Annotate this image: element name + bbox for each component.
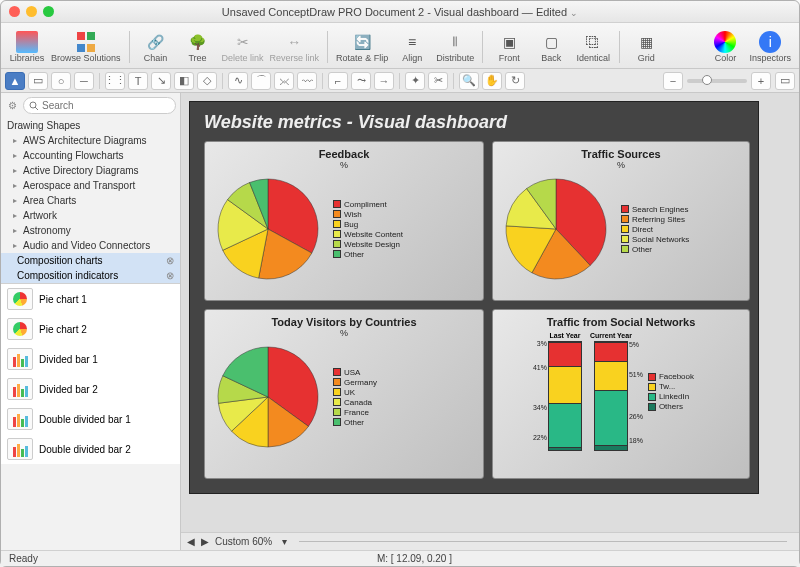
shape-thumb[interactable]: Pie chart 1: [1, 284, 180, 314]
ellipse-tool[interactable]: ○: [51, 72, 71, 90]
polyline-tool[interactable]: ⩙: [274, 72, 294, 90]
tree-button[interactable]: 🌳Tree: [178, 26, 218, 68]
align-button[interactable]: ≡Align: [392, 26, 432, 68]
connector-right-angle[interactable]: ⌐: [328, 72, 348, 90]
browse-solutions-button[interactable]: Browse Solutions: [49, 26, 123, 68]
identical-button[interactable]: ⿻Identical: [573, 26, 613, 68]
dashboard-canvas: Website metrics - Visual dashboard Feedb…: [189, 101, 759, 494]
status-ready: Ready: [9, 553, 38, 564]
tool-ribbon: ▲ ▭ ○ ─ ⋮⋮ T ↘ ◧ ◇ ∿ ⌒ ⩙ 〰 ⌐ ⤳ → ✦ ✂ 🔍 ✋…: [1, 69, 799, 93]
bezier-tool[interactable]: ∿: [228, 72, 248, 90]
node-edit-tool[interactable]: ✦: [405, 72, 425, 90]
close-icon[interactable]: ⊗: [166, 270, 174, 281]
zoom-tool[interactable]: 🔍: [459, 72, 479, 90]
gear-icon[interactable]: ⚙: [5, 98, 19, 114]
connector-curved[interactable]: ⤳: [351, 72, 371, 90]
chain-button[interactable]: 🔗Chain: [136, 26, 176, 68]
scroll-right-icon[interactable]: ▶: [201, 536, 209, 547]
tree-item[interactable]: ▸AWS Architecture Diagrams: [1, 133, 180, 148]
library-tree: Drawing Shapes ▸AWS Architecture Diagram…: [1, 118, 180, 283]
zoom-in-button[interactable]: +: [751, 72, 771, 90]
panel-traffic sources: Traffic Sources % Search EnginesReferrin…: [492, 141, 750, 301]
connector-straight[interactable]: →: [374, 72, 394, 90]
panel-title: Traffic Sources: [501, 148, 741, 160]
library-sidebar: ⚙ Drawing Shapes ▸AWS Architecture Diagr…: [1, 93, 181, 550]
scroll-left-icon[interactable]: ◀: [187, 536, 195, 547]
inspectors-button[interactable]: iInspectors: [747, 26, 793, 68]
arc-tool[interactable]: ⌒: [251, 72, 271, 90]
hand-tool[interactable]: ✋: [482, 72, 502, 90]
rect-tool[interactable]: ▭: [28, 72, 48, 90]
pointer-tool[interactable]: ▲: [5, 72, 25, 90]
canvas-area[interactable]: Website metrics - Visual dashboard Feedb…: [181, 93, 799, 532]
status-coords: M: [ 12.09, 0.20 ]: [377, 553, 452, 564]
line-tool[interactable]: ─: [74, 72, 94, 90]
tree-item[interactable]: ▸Audio and Video Connectors: [1, 238, 180, 253]
tree-item[interactable]: ▸Area Charts: [1, 193, 180, 208]
zoom-label[interactable]: Custom 60%: [215, 536, 272, 547]
tree-item-selected[interactable]: Composition indicators⊗: [1, 268, 180, 283]
rotate-tool[interactable]: ↻: [505, 72, 525, 90]
panel-subtitle: %: [213, 160, 475, 170]
front-button[interactable]: ▣Front: [489, 26, 529, 68]
search-input[interactable]: [23, 97, 176, 114]
minimize-button[interactable]: [26, 6, 37, 17]
canvas-footer: ◀ ▶ Custom 60% ▾: [181, 532, 799, 550]
panel-subtitle: %: [501, 160, 741, 170]
connector-tool[interactable]: ↘: [151, 72, 171, 90]
tree-item[interactable]: ▸Active Directory Diagrams: [1, 163, 180, 178]
shape-thumb[interactable]: Divided bar 2: [1, 374, 180, 404]
dashboard-title: Website metrics - Visual dashboard: [204, 112, 744, 133]
zoom-out-button[interactable]: −: [663, 72, 683, 90]
shape-thumbnails: Pie chart 1Pie chart 2Divided bar 1Divid…: [1, 283, 180, 464]
libraries-button[interactable]: Libraries: [7, 26, 47, 68]
tree-header: Drawing Shapes: [1, 118, 180, 133]
panel-title: Traffic from Social Networks: [501, 316, 741, 328]
delete-link-button[interactable]: ✂Delete link: [220, 26, 266, 68]
rotate-flip-button[interactable]: 🔄Rotate & Flip: [334, 26, 390, 68]
distribute-button[interactable]: ⦀Distribute: [434, 26, 476, 68]
panel-social-traffic: Traffic from Social Networks Last Year22…: [492, 309, 750, 479]
window-title: Unsaved ConceptDraw PRO Document 2 - Vis…: [1, 6, 799, 18]
fit-page-button[interactable]: ▭: [775, 72, 795, 90]
main-toolbar: Libraries Browse Solutions 🔗Chain 🌳Tree …: [1, 23, 799, 69]
grid-button[interactable]: ▦Grid: [626, 26, 666, 68]
zoom-button[interactable]: [43, 6, 54, 17]
shape-tool[interactable]: ◇: [197, 72, 217, 90]
back-button[interactable]: ▢Back: [531, 26, 571, 68]
close-icon[interactable]: ⊗: [166, 255, 174, 266]
shape-thumb[interactable]: Double divided bar 1: [1, 404, 180, 434]
titlebar: Unsaved ConceptDraw PRO Document 2 - Vis…: [1, 1, 799, 23]
panel-title: Feedback: [213, 148, 475, 160]
color-button[interactable]: Color: [705, 26, 745, 68]
spline-tool[interactable]: 〰: [297, 72, 317, 90]
zoom-slider[interactable]: [687, 79, 747, 83]
shape-thumb[interactable]: Pie chart 2: [1, 314, 180, 344]
tree-item-selected[interactable]: Composition charts⊗: [1, 253, 180, 268]
tree-item[interactable]: ▸Accounting Flowcharts: [1, 148, 180, 163]
reverse-link-button[interactable]: ↔Reverse link: [268, 26, 322, 68]
shape-thumb[interactable]: Double divided bar 2: [1, 434, 180, 464]
crop-tool[interactable]: ✂: [428, 72, 448, 90]
text-tool[interactable]: T: [128, 72, 148, 90]
panel-today visitors by countries: Today Visitors by Countries % USAGermany…: [204, 309, 484, 479]
panel-subtitle: %: [213, 328, 475, 338]
panel-feedback: Feedback % ComplimentWishBugWebsite Cont…: [204, 141, 484, 301]
app-window: Unsaved ConceptDraw PRO Document 2 - Vis…: [0, 0, 800, 567]
tree-item[interactable]: ▸Aerospace and Transport: [1, 178, 180, 193]
tree-item[interactable]: ▸Astronomy: [1, 223, 180, 238]
callout-tool[interactable]: ◧: [174, 72, 194, 90]
close-button[interactable]: [9, 6, 20, 17]
shape-thumb[interactable]: Divided bar 1: [1, 344, 180, 374]
status-bar: Ready M: [ 12.09, 0.20 ]: [1, 550, 799, 566]
grid-view-icon[interactable]: ⋮⋮: [105, 72, 125, 90]
panel-title: Today Visitors by Countries: [213, 316, 475, 328]
tree-item[interactable]: ▸Artwork: [1, 208, 180, 223]
